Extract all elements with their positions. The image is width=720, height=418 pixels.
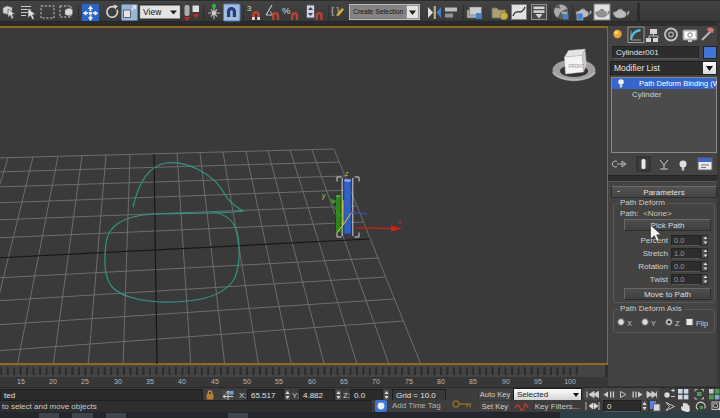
svg-text:View: View bbox=[143, 7, 162, 17]
svg-text:3: 3 bbox=[247, 4, 252, 13]
svg-text:Flip: Flip bbox=[696, 319, 708, 328]
svg-text:%: % bbox=[282, 5, 291, 16]
svg-text:X: X bbox=[627, 319, 632, 328]
svg-text:z: z bbox=[344, 170, 349, 177]
svg-text:Z: Z bbox=[675, 319, 680, 328]
svg-text:y: y bbox=[321, 192, 326, 200]
svg-text:x: x bbox=[397, 218, 402, 225]
svg-text:Create Selection Se: Create Selection Se bbox=[353, 8, 414, 15]
svg-text:FRONT: FRONT bbox=[569, 64, 585, 69]
svg-text:Y: Y bbox=[651, 319, 656, 328]
